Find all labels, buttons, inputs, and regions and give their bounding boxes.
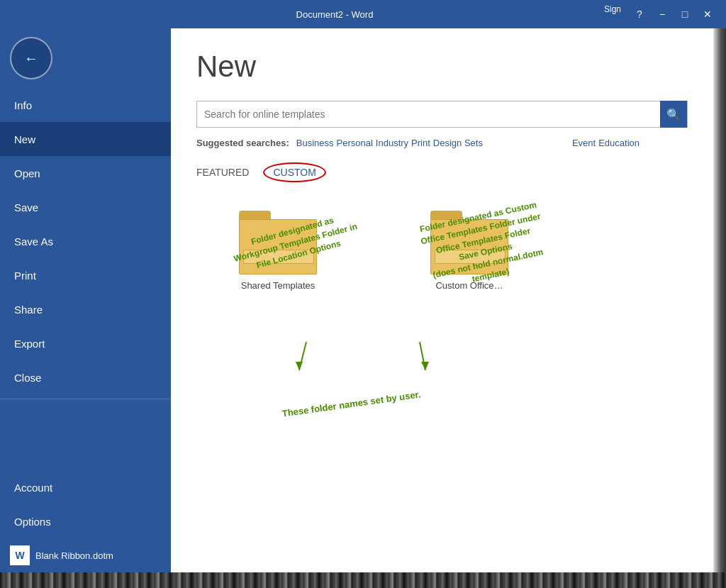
svg-marker-1 — [296, 362, 303, 370]
sidebar-bottom: Account Options — [0, 470, 171, 538]
tabs-row: FEATURED CUSTOM — [196, 162, 688, 182]
folder-icon-custom — [430, 211, 508, 274]
search-icon: 🔍 — [666, 108, 681, 121]
close-button[interactable]: ✕ — [698, 4, 717, 24]
minimize-button[interactable]: − — [652, 4, 672, 24]
recent-file-item[interactable]: W Blank Ribbon.dotm — [0, 538, 171, 572]
torn-bottom-edge — [0, 572, 726, 588]
window-controls: Sign ? − □ ✕ — [604, 4, 717, 24]
folder-icon-shared — [239, 211, 317, 274]
sidebar-item-account[interactable]: Account — [0, 470, 171, 504]
suggested-personal[interactable]: Personal — [337, 138, 373, 148]
recent-file-name: Blank Ribbon.dotm — [35, 550, 113, 561]
tab-featured[interactable]: FEATURED — [196, 164, 249, 181]
suggested-business[interactable]: Business — [296, 138, 334, 148]
folder-body — [239, 219, 317, 274]
word-doc-icon: W — [10, 545, 30, 565]
sidebar-item-close[interactable]: Close — [0, 360, 171, 394]
content-area: New 🔍 Suggested searches: Business Perso… — [171, 28, 713, 572]
window-title: Document2 - Word — [65, 9, 604, 20]
svg-marker-3 — [421, 362, 429, 370]
suggested-label: Suggested searches: — [196, 138, 289, 148]
template-shared[interactable]: Shared Templates — [239, 211, 317, 291]
template-custom-office[interactable]: Custom Office… — [430, 211, 508, 291]
suggested-event[interactable]: Event — [572, 138, 596, 148]
search-button[interactable]: 🔍 — [660, 101, 687, 128]
arrow-right — [406, 342, 434, 377]
sidebar-item-share[interactable]: Share — [0, 292, 171, 326]
folder-front — [243, 250, 314, 264]
search-bar: 🔍 — [196, 101, 688, 128]
suggested-searches: Suggested searches: Business Personal In… — [196, 138, 688, 148]
suggested-industry[interactable]: Industry — [376, 138, 408, 148]
torn-right-edge — [713, 28, 726, 572]
sidebar-item-save-as[interactable]: Save As — [0, 224, 171, 258]
sidebar-item-options[interactable]: Options — [0, 504, 171, 538]
sidebar-divider — [0, 399, 171, 399]
back-icon: ← — [24, 50, 38, 67]
suggested-print[interactable]: Print — [411, 138, 430, 148]
arrow-left — [292, 342, 320, 377]
folder-body-2 — [430, 219, 508, 274]
sidebar-item-save[interactable]: Save — [0, 190, 171, 224]
sidebar-nav: Info New Open Save Save As Print — [0, 88, 171, 538]
annotation-bottom: These folder names set by user. — [281, 389, 421, 418]
sidebar-item-info[interactable]: Info — [0, 88, 171, 122]
suggested-design-sets[interactable]: Design Sets — [433, 138, 483, 148]
app-window: Document2 - Word Sign ? − □ ✕ ← Info New — [0, 0, 726, 588]
help-button[interactable]: ? — [630, 4, 649, 24]
maximize-button[interactable]: □ — [675, 4, 695, 24]
sidebar-item-export[interactable]: Export — [0, 326, 171, 360]
sidebar-item-new[interactable]: New — [0, 122, 171, 156]
title-bar: Document2 - Word Sign ? − □ ✕ — [0, 0, 726, 28]
page-title: New — [196, 50, 688, 84]
template-custom-label: Custom Office… — [435, 280, 503, 291]
tab-custom[interactable]: CUSTOM — [263, 162, 325, 182]
main-layout: ← Info New Open Save Save As — [0, 28, 726, 572]
folder-front-2 — [435, 250, 506, 264]
suggested-education[interactable]: Education — [598, 138, 640, 148]
sidebar-item-print[interactable]: Print — [0, 258, 171, 292]
search-input[interactable] — [204, 109, 660, 120]
templates-area: Shared Templates Custom Office… Folder d… — [196, 204, 688, 431]
sidebar: ← Info New Open Save Save As — [0, 28, 171, 572]
template-shared-label: Shared Templates — [241, 280, 315, 291]
sidebar-item-open[interactable]: Open — [0, 156, 171, 190]
back-button[interactable]: ← — [10, 37, 52, 79]
sign-in-text[interactable]: Sign — [604, 4, 621, 24]
